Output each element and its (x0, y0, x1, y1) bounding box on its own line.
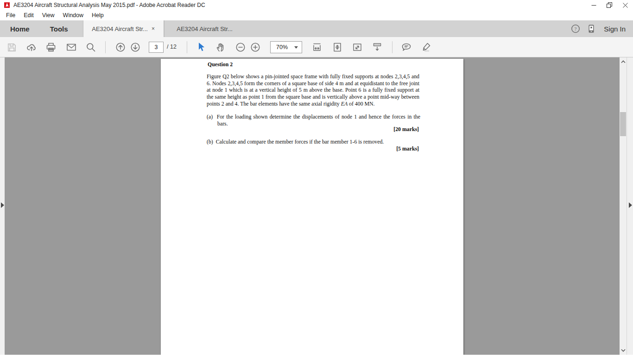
hand-tool-icon (215, 42, 226, 53)
mobile-device-button[interactable] (583, 20, 599, 37)
acrobat-window: AE3204 Aircraft Structural Analysis May … (0, 0, 633, 364)
window-controls (586, 0, 633, 10)
toolbar-divider (392, 41, 392, 53)
scroll-up-icon (621, 60, 626, 63)
toolbar-divider (187, 41, 187, 53)
right-nav-strip (627, 57, 633, 355)
zoom-out-icon (235, 42, 246, 53)
save-icon (6, 42, 17, 53)
fullscreen-button[interactable] (352, 42, 363, 53)
item-a-label: (a) (207, 113, 213, 120)
highlight-button[interactable] (421, 42, 432, 53)
find-button[interactable] (85, 42, 96, 53)
question-heading: Question 2 (208, 61, 233, 68)
document-tab-1[interactable]: AE3204 Aircraft Str... × (83, 20, 164, 37)
document-tab-2-label: AE3204 Aircraft Str... (177, 25, 233, 32)
document-tab-1-label: AE3204 Aircraft Str... (92, 25, 148, 32)
scroll-down-icon (621, 349, 626, 352)
acrobat-logo-icon (4, 2, 10, 8)
bottom-margin (0, 355, 633, 364)
share-cloud-button[interactable] (26, 42, 37, 53)
paragraph-text-end: of 400 MN. (348, 100, 374, 107)
item-b-label: (b) (207, 138, 213, 145)
print-icon (45, 42, 57, 53)
title-bar: AE3204 Aircraft Structural Analysis May … (0, 0, 633, 10)
window-title: AE3204 Aircraft Structural Analysis May … (13, 2, 205, 8)
fit-width-icon (311, 42, 323, 53)
close-button[interactable] (617, 0, 633, 10)
scroll-down-button[interactable] (620, 347, 627, 354)
comment-icon (401, 42, 412, 53)
scrollbar-thumb[interactable] (620, 112, 626, 136)
help-icon: ? (570, 24, 581, 34)
fit-page-icon (332, 42, 343, 53)
scroll-mode-button[interactable] (372, 42, 383, 53)
zoom-in-button[interactable] (250, 42, 261, 53)
scroll-up-button[interactable] (620, 58, 627, 65)
save-button[interactable] (6, 42, 17, 53)
next-page-button[interactable] (130, 42, 141, 53)
expand-left-panel-icon[interactable] (1, 202, 4, 208)
hand-tool-button[interactable] (215, 42, 226, 53)
pdf-page: Question 2 Figure Q2 below shows a pin-j… (161, 59, 463, 355)
page-number-input[interactable] (149, 42, 164, 53)
tab-bar-right: ? Sign In (568, 20, 633, 37)
tab-home[interactable]: Home (0, 20, 40, 37)
fit-width-button[interactable] (311, 42, 323, 53)
item-b-text: Calculate and compare the member forces … (216, 138, 384, 145)
paragraph-text: Figure Q2 below shows a pin-jointed spac… (207, 73, 419, 107)
item-b-marks: [5 marks] (207, 145, 419, 152)
previous-page-button[interactable] (115, 42, 126, 53)
minimize-button[interactable] (586, 0, 601, 10)
page-down-icon (130, 42, 141, 53)
email-icon (66, 42, 77, 53)
zoom-level-select[interactable]: 70% (270, 41, 302, 53)
left-nav-strip (0, 57, 5, 355)
tab-close-icon[interactable]: × (152, 26, 155, 31)
search-icon (85, 42, 96, 53)
document-tab-2[interactable]: AE3204 Aircraft Str... (164, 20, 245, 37)
document-area: Question 2 Figure Q2 below shows a pin-j… (0, 57, 633, 355)
cloud-upload-icon (26, 42, 37, 53)
document-canvas: Question 2 Figure Q2 below shows a pin-j… (5, 57, 620, 355)
figure-q2-diagram: 200 kN 100 kN 5 m 2 m 2 m 2 m 2 m 1 6 2 … (211, 181, 382, 346)
menu-bar: File Edit View Window Help (0, 10, 633, 20)
restore-button[interactable] (601, 0, 617, 10)
item-a-marks: [20 marks] (207, 126, 419, 133)
vertical-scrollbar[interactable] (620, 57, 627, 355)
tab-tools[interactable]: Tools (40, 20, 78, 37)
next-page-arrow-icon[interactable] (629, 202, 632, 208)
menu-view[interactable]: View (38, 11, 59, 19)
tablet-x-icon (586, 24, 596, 34)
email-button[interactable] (66, 42, 77, 53)
restore-icon (607, 2, 612, 8)
select-tool-button[interactable] (195, 42, 206, 53)
question-item-b: (b) Calculate and compare the member for… (207, 138, 420, 145)
zoom-out-button[interactable] (235, 42, 246, 53)
menu-help[interactable]: Help (88, 11, 108, 19)
menu-window[interactable]: Window (59, 11, 88, 19)
main-toolbar: / 12 70% (0, 37, 633, 57)
page-up-icon (115, 42, 126, 53)
toolbar-divider (105, 41, 106, 53)
sign-in-button[interactable]: Sign In (604, 25, 626, 33)
svg-text:?: ? (575, 26, 577, 31)
question-paragraph: Figure Q2 below shows a pin-jointed spac… (207, 73, 419, 107)
highlighter-icon (421, 42, 432, 53)
fit-page-button[interactable] (332, 42, 343, 53)
zoom-level-value: 70% (276, 44, 294, 50)
fullscreen-icon (352, 42, 363, 53)
help-button[interactable]: ? (568, 20, 583, 37)
zoom-in-icon (250, 42, 261, 53)
menu-file[interactable]: File (2, 11, 19, 19)
minimize-icon (591, 3, 596, 8)
close-icon (623, 3, 628, 8)
chevron-down-icon (294, 46, 298, 49)
tab-bar: Home Tools AE3204 Aircraft Str... × AE32… (0, 20, 633, 37)
menu-edit[interactable]: Edit (19, 11, 38, 19)
scroll-mode-icon (372, 42, 383, 53)
print-button[interactable] (45, 42, 57, 53)
paragraph-ea-italic: EA (341, 100, 348, 107)
comment-button[interactable] (401, 42, 412, 53)
item-a-text: For the loading shown determine the disp… (217, 113, 420, 127)
